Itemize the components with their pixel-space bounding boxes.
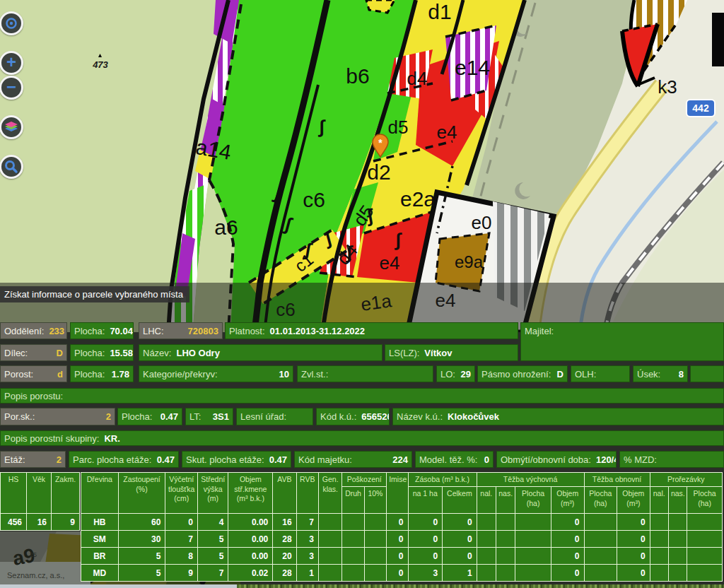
table-cell — [364, 548, 386, 565]
field-kategorie: Kategorie/překryv:10 — [139, 365, 293, 382]
table-cell — [687, 514, 723, 531]
table-cell — [687, 565, 723, 582]
field-lesni-urad: Lesní úřad: — [236, 408, 313, 425]
table-cell: SM — [81, 531, 119, 548]
table-cell — [364, 514, 386, 531]
table-cell — [342, 514, 364, 531]
col-header-stredni: Střední výška (m) — [197, 473, 228, 514]
table-cell — [515, 514, 551, 531]
table-cell: 0 — [443, 531, 477, 548]
field-plocha-porsk: Plocha:0.47 — [117, 408, 182, 425]
field-dilec: Dílec:D — [0, 344, 67, 361]
table-cell: BR — [81, 548, 119, 565]
layers-button[interactable] — [0, 115, 23, 139]
table-cell: 4 — [197, 514, 228, 531]
table-cell: 9 — [52, 514, 80, 531]
table-cell — [668, 514, 687, 531]
table-cell: 0 — [387, 514, 408, 531]
col-header-vek: Věk — [27, 473, 52, 514]
table-cell: 5 — [197, 548, 228, 565]
table-cell: 0 — [387, 531, 408, 548]
table-cell: 5 — [118, 548, 165, 565]
table-cell: 0.00 — [228, 548, 273, 565]
field-nazev-ku: Název k.ú.:Klokočůvek — [392, 408, 724, 425]
sub-header-druh: Druh — [342, 487, 364, 514]
table-cell: 0 — [551, 514, 584, 531]
zoom-out-button[interactable]: − — [0, 76, 23, 100]
table-cell — [584, 565, 617, 582]
plus-icon: + — [6, 54, 16, 71]
table-cell: 5 — [118, 565, 165, 582]
filler-cell — [690, 365, 724, 382]
parcel-label-e4-mid: e4 — [380, 252, 400, 274]
table-cell — [515, 548, 551, 565]
group-header-poskozeni: Poškození — [342, 473, 387, 487]
field-oddeleni: Oddělení:233 — [0, 322, 67, 339]
table-cell — [668, 548, 687, 565]
layers-icon — [4, 119, 19, 135]
table-cell — [584, 531, 617, 548]
col-header-avb: AVB — [273, 473, 296, 514]
locate-button[interactable] — [0, 11, 23, 35]
col-header-hs: HS — [1, 473, 27, 514]
search-button[interactable] — [0, 155, 23, 179]
table-row: MD5970.0228103100 — [81, 565, 723, 582]
table-cell: 8 — [165, 548, 198, 565]
field-nazev: Název:LHO Odry — [139, 344, 383, 361]
table-cell — [650, 565, 668, 582]
parcel-label-d5-top: d5 — [388, 117, 409, 138]
table-cell: 3 — [408, 565, 443, 582]
table-cell — [650, 514, 668, 531]
parcel-label-e9a: e9a — [455, 252, 484, 271]
sub-header-10pct: 10% — [364, 487, 386, 514]
parcel-label-d2: d2 — [367, 160, 390, 184]
field-popis-skupiny: Popis porostní skupiny:KR. — [0, 430, 724, 446]
group-header-zasoba: Zásoba (m³ b.k.) — [408, 473, 477, 487]
col-header-rvb: RVB — [296, 473, 318, 514]
sub-header-na1ha: na 1 ha — [408, 487, 443, 514]
field-kod-majetku: Kód majetku:224 — [294, 451, 412, 468]
sub-header-to-objem: Objem (m³) — [617, 487, 650, 514]
parcel-label-e4-top: e4 — [437, 122, 457, 143]
table-cell — [319, 531, 342, 548]
table-cell — [584, 514, 617, 531]
group-header-prorezavky: Prořezávky — [650, 473, 722, 487]
table-cell — [319, 514, 342, 531]
sub-header-pr-plocha: Plocha (ha) — [687, 487, 723, 514]
field-plocha-oddeleni: Plocha:70.04 — [70, 322, 134, 339]
sub-header-pr-nas: nas. — [668, 487, 687, 514]
table-cell: 0 — [617, 531, 650, 548]
parcel-label-b6: b6 — [346, 64, 369, 88]
parcel-label-e2a: e2a — [400, 187, 436, 211]
field-mzd: % MZD: — [619, 451, 724, 468]
zoom-in-button[interactable]: + — [0, 51, 23, 75]
field-zvlst: Zvl.st.: — [297, 365, 433, 382]
table-cell: 7 — [165, 531, 198, 548]
table-cell: 0 — [551, 531, 584, 548]
field-usek: Úsek:8 — [633, 365, 688, 382]
field-plocha-porost: Plocha:1.78 — [70, 365, 134, 382]
table-cell: 0 — [408, 514, 443, 531]
table-cell: 16 — [27, 514, 52, 531]
elevation-label: 473 — [92, 59, 108, 70]
table-cell — [650, 548, 668, 565]
field-pasmo: Pásmo ohrožení:D — [477, 365, 568, 382]
table-cell: 3 — [296, 548, 318, 565]
table-cell: 0 — [551, 565, 584, 582]
table-cell — [319, 565, 342, 582]
locate-icon — [4, 16, 19, 31]
parcel-label-d4-top: d4 — [407, 68, 428, 89]
table-cell — [477, 548, 496, 565]
table-cell: 1 — [443, 565, 477, 582]
table-cell — [668, 565, 687, 582]
table-cell: 0 — [387, 565, 408, 582]
table-cell: 5 — [197, 531, 228, 548]
table-cell: 9 — [165, 565, 198, 582]
table-cell — [496, 514, 515, 531]
road-shield-label: 442 — [692, 102, 709, 114]
svg-text:*: * — [378, 137, 383, 148]
field-porost: Porost:d — [0, 365, 67, 382]
table-cell — [496, 531, 515, 548]
table-cell: 0 — [165, 514, 198, 531]
field-plocha-dilec: Plocha:15.58 — [70, 344, 134, 361]
